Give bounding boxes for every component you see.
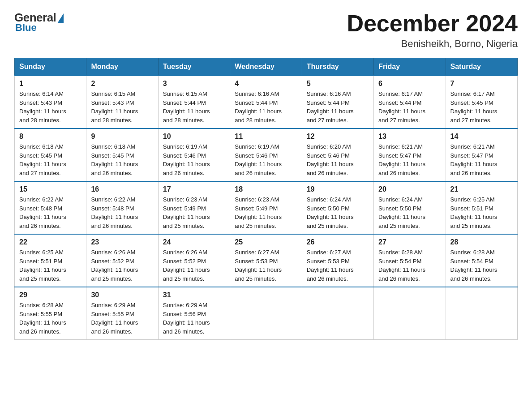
day-number: 2	[91, 80, 153, 88]
calendar-cell: 26Sunrise: 6:27 AMSunset: 5:53 PMDayligh…	[302, 234, 373, 287]
day-number: 17	[163, 185, 225, 193]
day-info: Sunrise: 6:25 AMSunset: 5:51 PMDaylight:…	[450, 196, 498, 229]
day-number: 12	[307, 133, 369, 141]
day-info: Sunrise: 6:28 AMSunset: 5:54 PMDaylight:…	[450, 249, 498, 282]
calendar-cell: 30Sunrise: 6:29 AMSunset: 5:55 PMDayligh…	[86, 287, 158, 340]
calendar-cell: 10Sunrise: 6:19 AMSunset: 5:46 PMDayligh…	[158, 128, 230, 181]
col-sunday: Sunday	[15, 58, 86, 76]
day-number: 16	[91, 185, 153, 193]
calendar-cell: 28Sunrise: 6:28 AMSunset: 5:54 PMDayligh…	[446, 234, 517, 287]
logo-blue-text: Blue	[15, 22, 37, 34]
day-number: 29	[19, 291, 82, 299]
day-number: 7	[450, 80, 513, 88]
day-number: 24	[163, 238, 225, 246]
day-number: 27	[378, 238, 441, 246]
calendar-cell: 8Sunrise: 6:18 AMSunset: 5:45 PMDaylight…	[15, 128, 86, 181]
day-number: 6	[378, 80, 441, 88]
page-header: General Blue December 2024 Benisheikh, B…	[14, 11, 518, 50]
day-info: Sunrise: 6:26 AMSunset: 5:52 PMDaylight:…	[91, 249, 138, 282]
day-info: Sunrise: 6:18 AMSunset: 5:45 PMDaylight:…	[19, 143, 66, 176]
day-info: Sunrise: 6:19 AMSunset: 5:46 PMDaylight:…	[163, 143, 210, 176]
calendar-cell: 20Sunrise: 6:24 AMSunset: 5:50 PMDayligh…	[374, 181, 446, 234]
day-info: Sunrise: 6:26 AMSunset: 5:52 PMDaylight:…	[163, 249, 210, 282]
day-number: 19	[307, 185, 369, 193]
day-number: 28	[450, 238, 513, 246]
col-friday: Friday	[374, 58, 446, 76]
day-number: 22	[19, 238, 82, 246]
day-info: Sunrise: 6:22 AMSunset: 5:48 PMDaylight:…	[19, 196, 66, 229]
calendar-row-3: 15Sunrise: 6:22 AMSunset: 5:48 PMDayligh…	[15, 181, 518, 234]
day-number: 14	[450, 133, 513, 141]
calendar-cell	[302, 287, 373, 340]
day-number: 23	[91, 238, 153, 246]
calendar-cell: 2Sunrise: 6:15 AMSunset: 5:43 PMDaylight…	[86, 76, 158, 128]
calendar-cell: 13Sunrise: 6:21 AMSunset: 5:47 PMDayligh…	[374, 128, 446, 181]
col-monday: Monday	[86, 58, 158, 76]
calendar-cell	[446, 287, 517, 340]
calendar-cell	[374, 287, 446, 340]
location: Benisheikh, Borno, Nigeria	[347, 38, 518, 50]
day-info: Sunrise: 6:27 AMSunset: 5:53 PMDaylight:…	[307, 249, 354, 282]
day-info: Sunrise: 6:15 AMSunset: 5:44 PMDaylight:…	[163, 90, 210, 124]
day-info: Sunrise: 6:19 AMSunset: 5:46 PMDaylight:…	[235, 143, 282, 176]
day-info: Sunrise: 6:20 AMSunset: 5:46 PMDaylight:…	[307, 143, 354, 176]
calendar-cell: 3Sunrise: 6:15 AMSunset: 5:44 PMDaylight…	[158, 76, 230, 128]
calendar-row-5: 29Sunrise: 6:28 AMSunset: 5:55 PMDayligh…	[15, 287, 518, 340]
calendar-cell: 5Sunrise: 6:16 AMSunset: 5:44 PMDaylight…	[302, 76, 373, 128]
calendar-row-4: 22Sunrise: 6:25 AMSunset: 5:51 PMDayligh…	[15, 234, 518, 287]
calendar-cell: 18Sunrise: 6:23 AMSunset: 5:49 PMDayligh…	[230, 181, 302, 234]
calendar-cell: 7Sunrise: 6:17 AMSunset: 5:45 PMDaylight…	[446, 76, 517, 128]
col-wednesday: Wednesday	[230, 58, 302, 76]
day-number: 11	[235, 133, 297, 141]
calendar-cell: 23Sunrise: 6:26 AMSunset: 5:52 PMDayligh…	[86, 234, 158, 287]
day-info: Sunrise: 6:24 AMSunset: 5:50 PMDaylight:…	[307, 196, 354, 229]
calendar-cell: 31Sunrise: 6:29 AMSunset: 5:56 PMDayligh…	[158, 287, 230, 340]
calendar-header: Sunday Monday Tuesday Wednesday Thursday…	[15, 58, 518, 76]
day-number: 10	[163, 133, 225, 141]
calendar-cell: 11Sunrise: 6:19 AMSunset: 5:46 PMDayligh…	[230, 128, 302, 181]
day-number: 13	[378, 133, 441, 141]
calendar-cell: 6Sunrise: 6:17 AMSunset: 5:44 PMDaylight…	[374, 76, 446, 128]
day-number: 5	[307, 80, 369, 88]
month-title: December 2024	[347, 11, 518, 36]
calendar-cell	[230, 287, 302, 340]
day-info: Sunrise: 6:16 AMSunset: 5:44 PMDaylight:…	[307, 90, 354, 124]
day-info: Sunrise: 6:25 AMSunset: 5:51 PMDaylight:…	[19, 249, 66, 282]
day-number: 1	[19, 80, 82, 88]
day-info: Sunrise: 6:22 AMSunset: 5:48 PMDaylight:…	[91, 196, 138, 229]
day-info: Sunrise: 6:28 AMSunset: 5:54 PMDaylight:…	[378, 249, 425, 282]
day-number: 15	[19, 185, 82, 193]
day-number: 21	[450, 185, 513, 193]
calendar-cell: 21Sunrise: 6:25 AMSunset: 5:51 PMDayligh…	[446, 181, 517, 234]
calendar-row-1: 1Sunrise: 6:14 AMSunset: 5:43 PMDaylight…	[15, 76, 518, 128]
col-saturday: Saturday	[446, 58, 517, 76]
day-info: Sunrise: 6:16 AMSunset: 5:44 PMDaylight:…	[235, 90, 282, 124]
day-info: Sunrise: 6:29 AMSunset: 5:55 PMDaylight:…	[91, 302, 138, 335]
day-number: 18	[235, 185, 297, 193]
calendar-cell: 19Sunrise: 6:24 AMSunset: 5:50 PMDayligh…	[302, 181, 373, 234]
day-info: Sunrise: 6:23 AMSunset: 5:49 PMDaylight:…	[235, 196, 282, 229]
calendar-cell: 25Sunrise: 6:27 AMSunset: 5:53 PMDayligh…	[230, 234, 302, 287]
calendar-cell: 29Sunrise: 6:28 AMSunset: 5:55 PMDayligh…	[15, 287, 86, 340]
day-info: Sunrise: 6:17 AMSunset: 5:44 PMDaylight:…	[378, 90, 425, 124]
day-info: Sunrise: 6:27 AMSunset: 5:53 PMDaylight:…	[235, 249, 282, 282]
day-info: Sunrise: 6:29 AMSunset: 5:56 PMDaylight:…	[163, 302, 210, 335]
col-tuesday: Tuesday	[158, 58, 230, 76]
logo: General Blue	[14, 11, 64, 34]
calendar-cell: 17Sunrise: 6:23 AMSunset: 5:49 PMDayligh…	[158, 181, 230, 234]
day-number: 20	[378, 185, 441, 193]
calendar-cell: 15Sunrise: 6:22 AMSunset: 5:48 PMDayligh…	[15, 181, 86, 234]
calendar-cell: 1Sunrise: 6:14 AMSunset: 5:43 PMDaylight…	[15, 76, 86, 128]
day-number: 4	[235, 80, 297, 88]
calendar-cell: 9Sunrise: 6:18 AMSunset: 5:45 PMDaylight…	[86, 128, 158, 181]
calendar-cell: 12Sunrise: 6:20 AMSunset: 5:46 PMDayligh…	[302, 128, 373, 181]
calendar-cell: 4Sunrise: 6:16 AMSunset: 5:44 PMDaylight…	[230, 76, 302, 128]
day-number: 30	[91, 291, 153, 299]
calendar-cell: 24Sunrise: 6:26 AMSunset: 5:52 PMDayligh…	[158, 234, 230, 287]
day-info: Sunrise: 6:23 AMSunset: 5:49 PMDaylight:…	[163, 196, 210, 229]
day-info: Sunrise: 6:15 AMSunset: 5:43 PMDaylight:…	[91, 90, 138, 124]
day-number: 26	[307, 238, 369, 246]
calendar-row-2: 8Sunrise: 6:18 AMSunset: 5:45 PMDaylight…	[15, 128, 518, 181]
calendar-cell: 22Sunrise: 6:25 AMSunset: 5:51 PMDayligh…	[15, 234, 86, 287]
day-number: 25	[235, 238, 297, 246]
